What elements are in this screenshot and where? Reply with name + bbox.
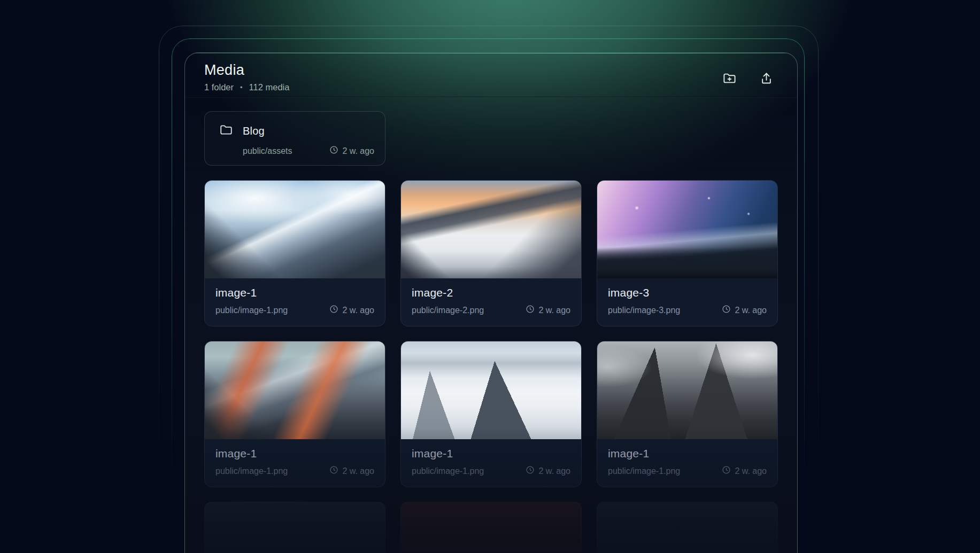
media-grid-row-2: image-1 public/image-1.png 2 w. ago xyxy=(204,341,778,487)
media-grid-row-3 xyxy=(204,502,778,553)
media-card-partial[interactable] xyxy=(204,502,385,553)
header-actions xyxy=(720,69,776,88)
media-timestamp: 2 w. ago xyxy=(722,305,767,316)
subtitle-separator: • xyxy=(240,83,243,91)
media-title: image-1 xyxy=(608,447,767,460)
folder-path: public/assets xyxy=(243,146,292,156)
media-timestamp: 2 w. ago xyxy=(329,465,374,477)
media-title: image-3 xyxy=(608,286,767,299)
upload-icon xyxy=(759,71,774,85)
media-path: public/image-1.png xyxy=(608,466,680,476)
media-card-meta: image-3 public/image-3.png 2 w. ago xyxy=(597,278,777,326)
media-card-meta: image-1 public/image-1.png 2 w. ago xyxy=(597,439,777,487)
media-card-meta: image-1 public/image-1.png 2 w. ago xyxy=(401,439,581,487)
folder-timestamp: 2 w. ago xyxy=(329,145,374,157)
media-timestamp: 2 w. ago xyxy=(329,305,374,316)
folder-count: 1 folder xyxy=(204,82,234,92)
clock-icon xyxy=(329,465,338,477)
media-card[interactable]: image-1 public/image-1.png 2 w. ago xyxy=(204,180,385,326)
clock-icon xyxy=(329,145,338,157)
media-path: public/image-1.png xyxy=(215,466,288,476)
media-thumbnail xyxy=(401,181,581,278)
panel-top-highlight xyxy=(185,53,797,53)
media-card[interactable]: image-2 public/image-2.png 2 w. ago xyxy=(400,180,582,326)
folder-grid: Blog public/assets 2 w. ago xyxy=(204,111,778,166)
media-card-partial[interactable] xyxy=(400,502,582,553)
clock-icon xyxy=(329,305,338,316)
media-timestamp: 2 w. ago xyxy=(526,305,570,316)
folder-icon xyxy=(219,123,233,139)
media-card[interactable]: image-1 public/image-1.png 2 w. ago xyxy=(597,341,778,487)
media-thumbnail xyxy=(597,181,777,278)
media-thumbnail xyxy=(597,341,777,439)
clock-icon xyxy=(526,465,535,477)
media-thumbnail xyxy=(205,341,385,439)
upload-button[interactable] xyxy=(757,69,776,88)
media-app: Media 1 folder • 112 media xyxy=(0,0,980,553)
media-title: image-1 xyxy=(412,447,570,460)
folder-card-meta: public/assets 2 w. ago xyxy=(243,145,374,157)
clock-icon xyxy=(526,305,535,316)
folder-card[interactable]: Blog public/assets 2 w. ago xyxy=(204,111,385,166)
media-card-meta: image-1 public/image-1.png 2 w. ago xyxy=(205,278,385,326)
media-path: public/image-2.png xyxy=(412,306,484,315)
media-timestamp: 2 w. ago xyxy=(722,465,767,477)
media-card-meta: image-2 public/image-2.png 2 w. ago xyxy=(401,278,581,326)
media-card[interactable]: image-1 public/image-1.png 2 w. ago xyxy=(204,341,385,487)
media-thumbnail xyxy=(401,341,581,439)
new-folder-button[interactable] xyxy=(720,69,739,88)
panel-heading: Media 1 folder • 112 media xyxy=(204,62,289,92)
media-content: Blog public/assets 2 w. ago xyxy=(185,97,797,553)
media-title: image-1 xyxy=(215,447,374,460)
media-card[interactable]: image-3 public/image-3.png 2 w. ago xyxy=(597,180,778,326)
media-count: 112 media xyxy=(249,82,290,92)
media-card[interactable]: image-1 public/image-1.png 2 w. ago xyxy=(400,341,582,487)
media-path: public/image-1.png xyxy=(412,466,484,476)
panel-header: Media 1 folder • 112 media xyxy=(185,53,797,97)
media-grid-row-1: image-1 public/image-1.png 2 w. ago xyxy=(204,180,778,326)
panel-subtitle: 1 folder • 112 media xyxy=(204,82,289,92)
clock-icon xyxy=(722,305,731,316)
media-path: public/image-1.png xyxy=(215,306,288,315)
page-title: Media xyxy=(204,62,289,79)
media-card-meta: image-1 public/image-1.png 2 w. ago xyxy=(205,439,385,487)
media-card-partial[interactable] xyxy=(597,502,778,553)
clock-icon xyxy=(722,465,731,477)
media-title: image-1 xyxy=(215,286,374,299)
folder-card-top: Blog xyxy=(219,123,374,139)
media-title: image-2 xyxy=(412,286,570,299)
media-timestamp: 2 w. ago xyxy=(526,465,570,477)
folder-plus-icon xyxy=(722,71,737,85)
media-panel: Media 1 folder • 112 media xyxy=(184,52,798,553)
folder-name: Blog xyxy=(243,125,265,137)
media-thumbnail xyxy=(205,181,385,278)
media-path: public/image-3.png xyxy=(608,306,680,315)
